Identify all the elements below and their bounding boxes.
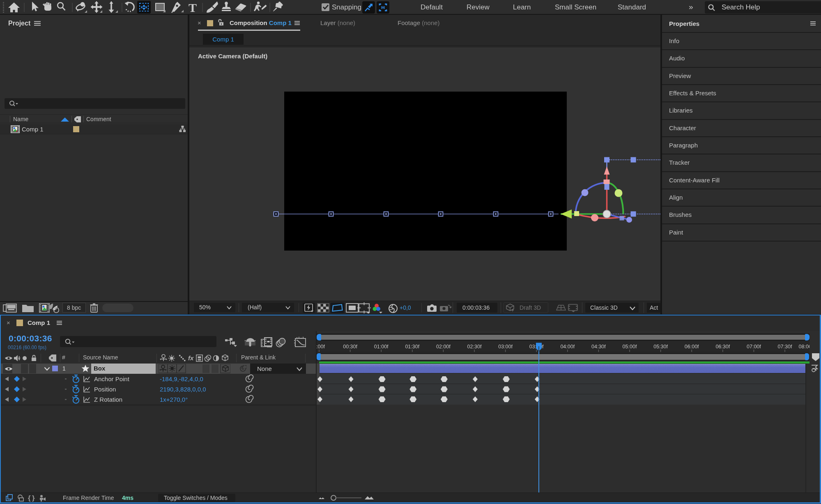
svg-text:{ }: { } [28, 494, 35, 502]
svg-text:T: T [189, 1, 197, 14]
svg-text:fx: fx [188, 354, 194, 361]
